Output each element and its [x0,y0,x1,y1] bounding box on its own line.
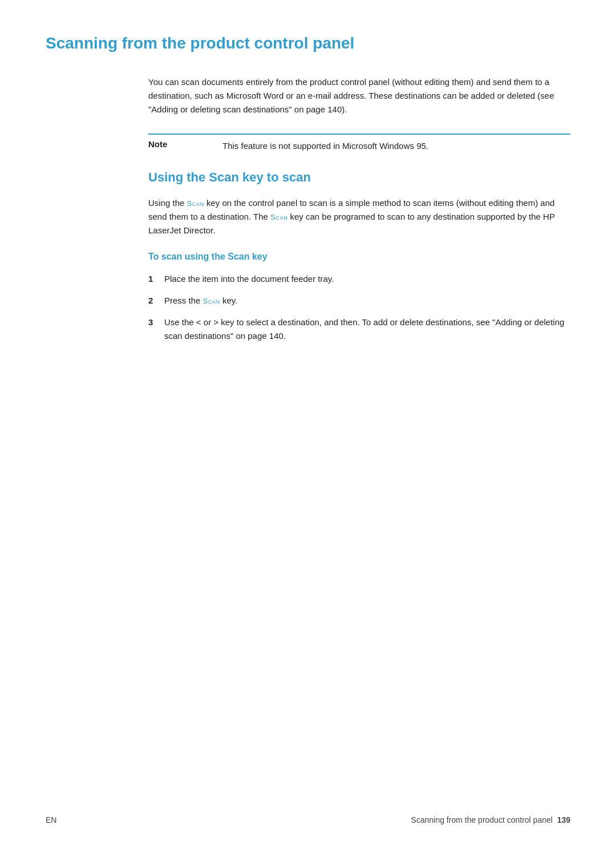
step-number-2: 2 [148,294,164,308]
steps-list: 1 Place the item into the document feede… [148,272,570,343]
footer-left: EN [46,815,56,824]
page-title: Scanning from the product control panel [46,34,570,52]
intro-paragraph: You can scan documents entirely from the… [148,75,570,116]
list-item: 1 Place the item into the document feede… [148,272,570,286]
step-text-3: Use the < or > key to select a destinati… [164,316,570,343]
step-number-1: 1 [148,272,164,286]
subsection-title: To scan using the Scan key [148,252,570,262]
section-body: Using the Scan key on the control panel … [148,196,570,237]
step-text-2: Press the Scan key. [164,294,570,308]
page: Scanning from the product control panel … [0,0,616,853]
note-label: Note [148,139,211,153]
note-row: Note This feature is not supported in Mi… [148,134,570,153]
note-text: This feature is not supported in Microso… [222,139,428,153]
section-title: Using the Scan key to scan [148,170,570,185]
footer-right-text: Scanning from the product control panel [411,815,553,824]
section-body-part1: Using the [148,198,187,208]
scan-keyword-1: Scan [187,199,204,208]
scan-keyword-2: Scan [270,213,287,221]
footer-right: Scanning from the product control panel … [411,815,570,824]
step-text-1: Place the item into the document feeder … [164,272,570,286]
step2-part1: Press the [164,296,203,305]
list-item: 2 Press the Scan key. [148,294,570,308]
footer-page-number: 139 [557,815,570,824]
content-area: You can scan documents entirely from the… [148,75,570,343]
footer: EN Scanning from the product control pan… [46,815,570,824]
step-number-3: 3 [148,316,164,329]
list-item: 3 Use the < or > key to select a destina… [148,316,570,343]
scan-keyword-3: Scan [203,297,220,305]
step2-part2: key. [220,296,238,305]
